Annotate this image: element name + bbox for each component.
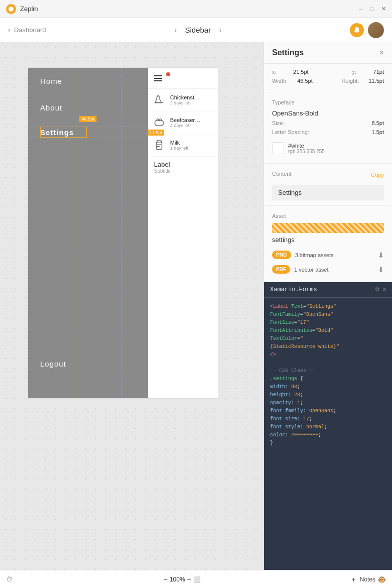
list-item-label: Label Subtitle	[148, 157, 218, 178]
chevron-left-icon: ‹	[8, 27, 10, 34]
png-download-icon[interactable]: ⬇	[378, 251, 384, 259]
color-row: #white rgb 255 255 255	[272, 138, 384, 158]
code-line: width: 93;	[270, 383, 386, 391]
hamburger-icon	[154, 75, 162, 81]
color-info: #white rgb 255 255 255	[288, 143, 325, 154]
dashboard-link[interactable]: Dashboard	[14, 26, 46, 34]
frame-button[interactable]: ⬜	[193, 576, 201, 583]
main-area: Home About 46.5pt 11.5pt Settings	[0, 42, 392, 570]
code-line: opacity: 1;	[270, 399, 386, 407]
height-badge: 11.5pt	[148, 130, 164, 136]
content-section: Content Copy Settings	[264, 164, 392, 206]
page-title: Sidebar	[185, 26, 211, 34]
pdf-badge: PDF	[272, 265, 290, 274]
zoom-out-button[interactable]: −	[164, 575, 168, 583]
asset-preview	[272, 223, 384, 233]
list-item: Milk 1 day left	[148, 134, 218, 157]
content-section-title: Content	[272, 171, 292, 177]
app-name: Zeplin	[20, 5, 38, 13]
pdf-asset-row: PDF 1 vector asset ⬇	[272, 262, 384, 277]
height-value: 11.5pt	[368, 78, 384, 84]
avatar[interactable]	[368, 22, 384, 38]
close-button[interactable]: ✕	[381, 6, 386, 12]
code-content: <Label Text="Settings" FontFamily="OpenS…	[264, 298, 392, 452]
panel-close-button[interactable]: ×	[379, 48, 384, 57]
food-icon-2	[152, 115, 166, 130]
panel-title: Settings	[272, 48, 304, 57]
height-label: Height:	[342, 78, 359, 84]
list-item-text-1: Chickenst… 2 days left	[170, 94, 200, 105]
guide-h-bottom	[28, 138, 148, 138]
bell-svg	[353, 27, 360, 34]
titlebar: Zeplin – □ ✕	[0, 0, 392, 18]
sidebar-preview: Home About 46.5pt 11.5pt Settings	[28, 67, 218, 399]
png-badge: PNG	[272, 251, 291, 259]
notes-emoji: 🐵	[377, 575, 386, 583]
settings-code-icon[interactable]: ⚙	[383, 287, 386, 293]
minimize-button[interactable]: –	[359, 6, 362, 12]
titlebar-left: Zeplin	[6, 4, 38, 14]
back-arrow-button[interactable]: ‹	[174, 26, 177, 35]
navbar-right	[350, 22, 384, 38]
code-line: font-size: 17;	[270, 415, 386, 423]
panel-header: Settings ×	[264, 42, 392, 64]
navbar: ‹ Dashboard ‹ Sidebar ›	[0, 18, 392, 42]
pdf-info: 1 vector asset	[294, 267, 378, 273]
x-label: x:	[272, 69, 277, 75]
navbar-center: ‹ Sidebar ›	[174, 26, 221, 35]
forward-arrow-button[interactable]: ›	[219, 26, 221, 35]
notification-icon[interactable]	[350, 23, 364, 37]
width-label: Width:	[272, 78, 288, 84]
settings-text: Settings	[40, 128, 74, 137]
toolbar-right: + Notes 🐵	[351, 575, 386, 583]
notes-button[interactable]: Notes 🐵	[360, 575, 386, 583]
content-value: Settings	[272, 185, 384, 200]
color-swatch	[272, 142, 284, 154]
food-icon-1	[152, 93, 166, 107]
content-header: Content Copy	[272, 169, 384, 181]
code-line: }	[270, 439, 386, 447]
y-label: y:	[352, 69, 357, 75]
code-line: FontSize="17"	[270, 319, 386, 327]
canvas-area[interactable]: Home About 46.5pt 11.5pt Settings	[0, 42, 264, 570]
copy-button[interactable]: Copy	[371, 172, 384, 178]
toolbar-center: − 100% + ⬜	[164, 575, 201, 583]
hamburger-line-3	[154, 80, 162, 81]
hamburger-line-1	[154, 75, 162, 76]
width-value: 46.5pt	[297, 78, 313, 84]
list-item-text-3: Milk 1 day left	[170, 140, 189, 151]
pdf-download-icon[interactable]: ⬇	[378, 266, 384, 274]
letter-spacing-row: Letter Spacing: 1.5pt	[272, 129, 384, 135]
copy-code-icon[interactable]: ⧉	[375, 287, 379, 293]
add-button[interactable]: +	[351, 575, 355, 583]
asset-section: Asset settings PNG 3 bitmap assets ⬇ PDF…	[264, 206, 392, 282]
x-value: 21.5pt	[293, 69, 309, 75]
list-item-text-2: Beefcaser… 4 days left	[170, 117, 201, 128]
code-line: {StaticResource white}"	[270, 343, 386, 351]
xy-row: x: 21.5pt y: 71pt	[272, 69, 384, 75]
list-header	[148, 68, 218, 89]
hamburger-line-2	[154, 78, 162, 79]
code-panel-title: Xamarin.Forms	[270, 286, 317, 293]
navbar-left: ‹ Dashboard	[8, 26, 46, 34]
width-badge: 46.5pt	[79, 116, 97, 122]
right-panel: Settings × x: 21.5pt y: 71pt Width: 46.5…	[264, 42, 392, 570]
wh-row: Width: 46.5pt Height: 11.5pt	[272, 78, 384, 84]
maximize-button[interactable]: □	[370, 6, 373, 12]
asset-name: settings	[272, 236, 384, 244]
code-line: .settings {	[270, 375, 386, 383]
code-line: FontAttributes="Bold"	[270, 327, 386, 335]
code-panel-header: Xamarin.Forms ⧉ ⚙	[264, 282, 392, 298]
size-value: 8.5pt	[372, 120, 384, 126]
typeface-section-title: Typeface	[272, 99, 384, 105]
nav-item-settings: 46.5pt 11.5pt Settings	[28, 121, 148, 144]
zoom-in-button[interactable]: +	[187, 575, 191, 583]
typeface-section: Typeface OpenSans-Bold Size: 8.5pt Lette…	[264, 92, 392, 164]
code-line: -- CSS Class --	[270, 367, 386, 375]
font-family-value: OpenSans-Bold	[272, 109, 384, 117]
code-panel: Xamarin.Forms ⧉ ⚙ <Label Text="Settings"…	[264, 282, 392, 570]
code-line: FontFamily="OpenSans"	[270, 311, 386, 319]
code-line: font-style: normal;	[270, 423, 386, 431]
toolbar-left: ⏱	[6, 575, 13, 583]
notification-dot	[166, 72, 170, 76]
